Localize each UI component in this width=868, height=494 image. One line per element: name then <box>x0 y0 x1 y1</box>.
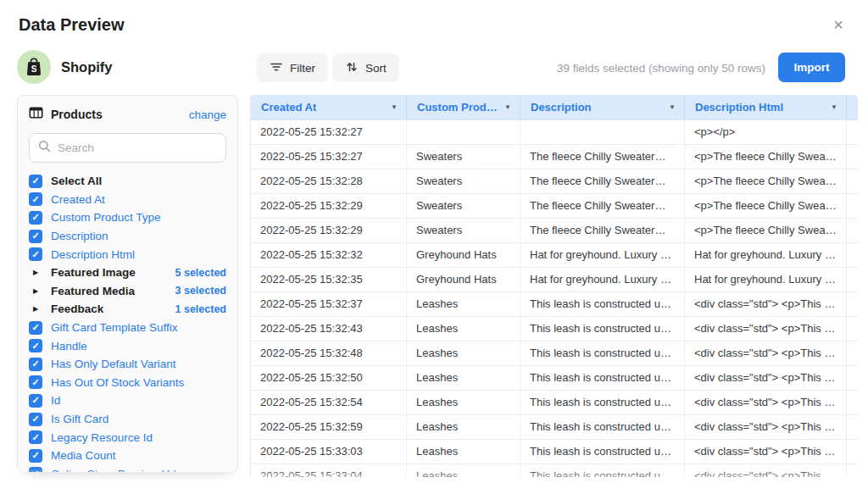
field-label: Description <box>51 230 108 242</box>
fields-sidebar: Products change ✓ Select All ✓ Created A… <box>17 95 238 473</box>
checkbox-checked-icon[interactable]: ✓ <box>29 449 42 463</box>
search-icon <box>38 140 51 156</box>
field-item[interactable]: ▶ Feedback 1 selected <box>29 300 226 319</box>
field-item[interactable]: ▶ Featured Media 3 selected <box>29 282 226 301</box>
checkbox-checked-icon[interactable]: ✓ <box>29 413 42 426</box>
cell-overflow <box>847 464 858 477</box>
change-source-link[interactable]: change <box>189 108 226 121</box>
column-dropdown-caret-icon[interactable]: ▼ <box>504 103 511 111</box>
filter-icon <box>270 61 283 75</box>
cell-custom-product-type: Leashes <box>407 391 520 414</box>
checkbox-checked-icon[interactable]: ✓ <box>29 358 42 371</box>
sort-button[interactable]: Sort <box>332 53 399 82</box>
cell-created-at: 2022-05-25 15:32:28 <box>251 169 407 193</box>
checkbox-checked-icon[interactable]: ✓ <box>29 247 42 261</box>
field-label: Featured Media <box>51 285 135 297</box>
column-header-custom-product-type[interactable]: Custom Produ... ▼ <box>407 95 520 119</box>
cell-description-html: <div class="std"> <p>This lea... <box>685 292 847 316</box>
column-dropdown-caret-icon[interactable]: ▼ <box>669 103 676 111</box>
sort-arrows-icon <box>345 60 359 76</box>
cell-description-html: <p>The fleece Chilly Sweate... <box>685 194 847 218</box>
data-preview-table: Created At ▼ Custom Produ... ▼ Descripti… <box>250 95 858 477</box>
field-label: Created At <box>51 193 105 206</box>
field-label: Custom Product Type <box>51 211 161 224</box>
field-item[interactable]: ✓ Online Store Preview Url <box>29 465 226 474</box>
expand-caret-icon[interactable]: ▶ <box>29 305 42 313</box>
table-row: 2022-05-25 15:32:29 Sweaters The fleece … <box>251 219 858 243</box>
cell-custom-product-type: Greyhound Hats <box>407 268 520 291</box>
cell-overflow <box>847 120 858 144</box>
field-item[interactable]: ✓ Has Only Default Variant <box>29 355 226 374</box>
field-item[interactable]: ✓ Gift Card Template Suffix <box>29 319 226 337</box>
filter-button[interactable]: Filter <box>257 53 328 82</box>
field-selected-count: 1 selected <box>175 303 226 315</box>
cell-created-at: 2022-05-25 15:32:27 <box>251 120 407 144</box>
cell-description-html: <div class="std"> <p>This lea... <box>685 391 847 414</box>
checkbox-checked-icon[interactable]: ✓ <box>29 230 42 243</box>
table-row: 2022-05-25 15:32:35 Greyhound Hats Hat f… <box>251 268 858 292</box>
field-label: Has Out Of Stock Variants <box>51 376 184 389</box>
column-dropdown-caret-icon[interactable]: ▼ <box>391 103 398 111</box>
field-item[interactable]: ✓ Custom Product Type <box>29 208 226 227</box>
field-label: Handle <box>51 340 87 352</box>
svg-text:S: S <box>31 64 37 74</box>
cell-created-at: 2022-05-25 15:33:04 <box>251 464 407 477</box>
column-header-description[interactable]: Description ▼ <box>520 95 685 119</box>
source-name: Shopify <box>61 59 113 75</box>
sidebar-header: Products change <box>29 104 226 125</box>
field-selected-count: 3 selected <box>175 285 226 297</box>
field-label: Featured Image <box>51 266 136 279</box>
column-header-description-html[interactable]: Description Html ▼ <box>685 95 847 119</box>
cell-custom-product-type: Leashes <box>407 341 520 365</box>
table-row: 2022-05-25 15:32:37 Leashes This leash i… <box>251 292 858 317</box>
table-grid-icon <box>29 106 43 123</box>
field-item[interactable]: ✓ Description Html <box>29 245 226 264</box>
checkbox-checked-icon[interactable]: ✓ <box>29 339 42 352</box>
expand-caret-icon[interactable]: ▶ <box>29 287 42 295</box>
search-input[interactable] <box>58 142 217 154</box>
cell-description-html: <div class="std"> <p>This lea... <box>685 415 847 439</box>
checkbox-checked-icon[interactable]: ✓ <box>29 375 42 389</box>
checkbox-checked-icon[interactable]: ✓ <box>29 430 42 444</box>
field-label: Gift Card Template Suffix <box>51 321 178 334</box>
checkbox-checked-icon[interactable]: ✓ <box>29 175 42 188</box>
cell-overflow <box>847 292 858 316</box>
cell-custom-product-type: Leashes <box>407 464 520 477</box>
cell-description-html: <div class="std"> <p>This lea... <box>685 464 847 477</box>
close-icon[interactable]: × <box>827 14 849 36</box>
field-item[interactable]: ✓ Media Count <box>29 447 226 465</box>
field-selected-count: 5 selected <box>175 267 226 279</box>
field-item[interactable]: ✓ Created At <box>29 191 226 209</box>
cell-overflow <box>847 219 858 242</box>
field-item[interactable]: ✓ Id <box>29 391 226 410</box>
field-item[interactable]: ✓ Legacy Resource Id <box>29 428 226 447</box>
field-item[interactable]: ✓ Description <box>29 227 226 246</box>
cell-description: The fleece Chilly Sweater™ is... <box>520 169 685 193</box>
field-label: Select All <box>51 175 102 187</box>
field-label: Id <box>51 394 60 407</box>
checkbox-checked-icon[interactable]: ✓ <box>29 394 42 408</box>
cell-overflow <box>847 415 858 439</box>
field-item[interactable]: ▶ Featured Image 5 selected <box>29 264 226 282</box>
field-search[interactable] <box>29 133 226 163</box>
field-item[interactable]: ✓ Is Gift Card <box>29 410 226 429</box>
cell-description-html: <div class="std"> <p>This lea... <box>685 440 847 463</box>
import-button[interactable]: Import <box>778 53 845 82</box>
checkbox-checked-icon[interactable]: ✓ <box>29 467 42 473</box>
table-row: 2022-05-25 15:32:27 <p></p> <box>251 120 858 145</box>
cell-custom-product-type: Leashes <box>407 366 520 390</box>
column-dropdown-caret-icon[interactable]: ▼ <box>831 103 837 111</box>
table-row: 2022-05-25 15:32:43 Leashes This leash i… <box>251 317 858 341</box>
field-item[interactable]: ✓ Has Out Of Stock Variants <box>29 374 226 392</box>
checkbox-checked-icon[interactable]: ✓ <box>29 211 42 225</box>
field-item[interactable]: ✓ Handle <box>29 336 226 355</box>
checkbox-checked-icon[interactable]: ✓ <box>29 321 42 335</box>
field-item[interactable]: ✓ Select All <box>29 172 226 191</box>
column-header-created-at[interactable]: Created At ▼ <box>251 95 407 119</box>
cell-custom-product-type: Sweaters <box>407 145 520 169</box>
cell-created-at: 2022-05-25 15:33:03 <box>251 440 407 463</box>
cell-description: This leash is constructed usi... <box>520 440 685 463</box>
column-header-overflow <box>847 95 858 119</box>
checkbox-checked-icon[interactable]: ✓ <box>29 192 42 206</box>
expand-caret-icon[interactable]: ▶ <box>29 269 42 276</box>
